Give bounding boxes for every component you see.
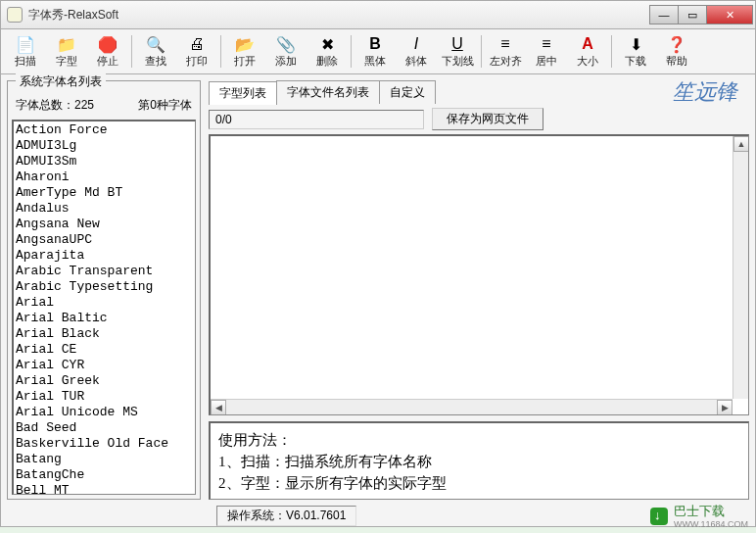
list-item[interactable]: ADMUI3Lg	[16, 138, 193, 154]
font-icon: 📁	[57, 34, 76, 54]
size-button[interactable]: A大小	[567, 31, 608, 72]
download-button[interactable]: ⬇下载	[615, 31, 656, 72]
scrollbar-vertical[interactable]: ▲	[732, 136, 748, 399]
list-item[interactable]: Arial Unicode MS	[16, 405, 193, 420]
counter-field: 0/0	[209, 110, 424, 129]
scrollbar-horizontal[interactable]: ◀ ▶	[211, 399, 732, 414]
toolbar-label: 删除	[316, 54, 338, 69]
bold-button[interactable]: B黑体	[354, 31, 396, 72]
italic-button[interactable]: I斜体	[396, 31, 437, 72]
help-line-1: 1、扫描：扫描系统所有字体名称	[218, 451, 740, 472]
list-item[interactable]: Angsana New	[16, 217, 193, 232]
align-center-icon: ≡	[542, 34, 550, 54]
delete-button[interactable]: ✖删除	[307, 31, 348, 72]
save-as-html-button[interactable]: 保存为网页文件	[432, 108, 543, 130]
font-count-row: 字体总数：225 第0种字体	[12, 95, 196, 120]
list-item[interactable]: Aparajita	[16, 248, 193, 264]
status-bar: 操作系统：V6.01.7601	[0, 506, 756, 527]
font-button[interactable]: 📁字型	[46, 31, 87, 72]
app-icon	[7, 7, 23, 23]
open-button[interactable]: 📂打开	[224, 31, 265, 72]
scroll-left-icon[interactable]: ◀	[211, 400, 226, 415]
watermark-brand: 巴士下载	[674, 504, 725, 518]
open-icon: 📂	[235, 34, 255, 54]
maximize-button[interactable]: ▭	[678, 5, 707, 24]
toolbar-label: 下划线	[442, 54, 474, 69]
add-button[interactable]: 📎添加	[265, 31, 307, 72]
window-controls: — ▭ ✕	[650, 5, 753, 24]
list-item[interactable]: Arial Black	[16, 326, 193, 342]
list-item[interactable]: Andalus	[16, 201, 193, 217]
toolbar-label: 打印	[186, 54, 208, 69]
left-pane: 系统字体名列表 字体总数：225 第0种字体 Action ForceADMUI…	[1, 74, 207, 506]
font-nth-label: 第0种字体	[138, 97, 192, 114]
font-listbox[interactable]: Action ForceADMUI3LgADMUI3SmAharoniAmerT…	[12, 120, 196, 495]
download-icon: ⬇	[630, 34, 642, 54]
list-item[interactable]: Arabic Typesetting	[16, 279, 193, 295]
toolbar-label: 斜体	[405, 54, 427, 69]
toolbar-label: 大小	[577, 54, 598, 69]
size-icon: A	[582, 34, 593, 54]
print-icon: 🖨	[189, 34, 205, 54]
toolbar: 📄扫描📁字型🛑停止🔍查找🖨打印📂打开📎添加✖删除B黑体I斜体U下划线≡左对齐≡居…	[0, 29, 756, 74]
underline-button[interactable]: U下划线	[437, 31, 478, 72]
toolbar-label: 左对齐	[490, 54, 522, 69]
tab-custom[interactable]: 自定义	[379, 80, 436, 104]
scroll-up-icon[interactable]: ▲	[733, 136, 749, 152]
stop-icon: 🛑	[98, 34, 118, 54]
separator	[351, 35, 352, 68]
status-os: 操作系统：V6.01.7601	[216, 506, 356, 526]
italic-icon: I	[414, 34, 418, 54]
help-button[interactable]: ❓帮助	[656, 31, 697, 72]
list-item[interactable]: AmerType Md BT	[16, 185, 193, 201]
find-button[interactable]: 🔍查找	[135, 31, 176, 72]
toolbar-label: 字型	[56, 54, 77, 69]
underline-icon: U	[451, 34, 463, 54]
list-item[interactable]: Bad Seed	[16, 420, 193, 436]
list-item[interactable]: Baskerville Old Face	[16, 436, 193, 452]
separator	[611, 35, 612, 68]
help-title: 使用方法：	[218, 429, 740, 451]
help-line-2: 2、字型：显示所有字体的实际字型	[218, 472, 740, 494]
print-button[interactable]: 🖨打印	[176, 31, 217, 72]
help-icon: ❓	[667, 34, 686, 54]
preview-panel: ▲ ◀ ▶	[209, 134, 749, 415]
list-item[interactable]: Bell MT	[16, 483, 193, 495]
brand-logo: 笙远锋	[673, 77, 749, 107]
minimize-button[interactable]: —	[649, 5, 679, 24]
list-item[interactable]: BatangChe	[16, 467, 193, 483]
list-item[interactable]: Arial CYR	[16, 358, 193, 373]
list-item[interactable]: Batang	[16, 452, 193, 467]
list-item[interactable]: Arabic Transparent	[16, 264, 193, 279]
list-item[interactable]: ADMUI3Sm	[16, 154, 193, 170]
close-button[interactable]: ✕	[706, 5, 753, 24]
toolbar-label: 打开	[234, 54, 256, 69]
font-list-group: 系统字体名列表 字体总数：225 第0种字体 Action ForceADMUI…	[7, 80, 201, 500]
add-icon: 📎	[276, 34, 296, 54]
list-item[interactable]: Arial TUR	[16, 389, 193, 405]
stop-button[interactable]: 🛑停止	[87, 31, 128, 72]
list-item[interactable]: AngsanaUPC	[16, 232, 193, 248]
toolbar-label: 扫描	[15, 54, 36, 69]
tab-file-list[interactable]: 字体文件名列表	[276, 80, 380, 104]
tab-bar: 字型列表字体文件名列表自定义笙远锋	[209, 80, 749, 104]
align-center-button[interactable]: ≡居中	[526, 31, 567, 72]
main-area: 系统字体名列表 字体总数：225 第0种字体 Action ForceADMUI…	[0, 74, 756, 506]
scan-icon: 📄	[16, 34, 35, 54]
toolbar-label: 帮助	[666, 54, 687, 69]
list-item[interactable]: Action Force	[16, 122, 193, 138]
bold-icon: B	[369, 34, 381, 54]
toolbar-label: 下载	[625, 54, 646, 69]
tab-font-list[interactable]: 字型列表	[209, 81, 277, 105]
list-item[interactable]: Arial CE	[16, 342, 193, 358]
align-left-button[interactable]: ≡左对齐	[485, 31, 526, 72]
scroll-right-icon[interactable]: ▶	[717, 400, 732, 415]
list-item[interactable]: Aharoni	[16, 170, 193, 185]
list-item[interactable]: Arial	[16, 295, 193, 311]
list-item[interactable]: Arial Greek	[16, 373, 193, 389]
download-icon	[650, 508, 668, 525]
scan-button[interactable]: 📄扫描	[5, 31, 46, 72]
list-item[interactable]: Arial Baltic	[16, 311, 193, 326]
titlebar: 字体秀-RelaxSoft — ▭ ✕	[0, 0, 756, 29]
align-left-icon: ≡	[500, 34, 509, 54]
